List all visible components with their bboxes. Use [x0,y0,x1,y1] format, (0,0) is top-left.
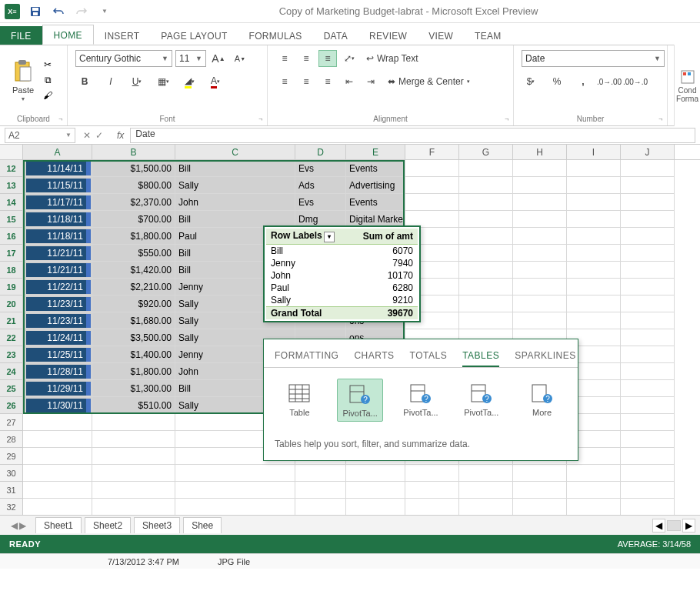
qa-tab-formatting[interactable]: FORMATTING [275,350,338,367]
comma-icon[interactable]: , [574,73,592,90]
row-header[interactable]: 29 [0,448,23,465]
tab-view[interactable]: VIEW [418,26,464,45]
col-header[interactable]: D [295,145,346,159]
row-header[interactable]: 28 [0,431,23,448]
row-header[interactable]: 31 [0,482,23,499]
cell[interactable]: 11/30/11 [23,397,92,414]
qa-tab-tables[interactable]: TABLES [462,350,499,367]
cell[interactable]: $1,800.00 [92,228,175,245]
cell[interactable]: Events [346,160,405,177]
cell[interactable] [513,228,567,245]
format-painter-icon[interactable]: 🖌 [43,90,52,101]
increase-indent-icon[interactable]: ⇥ [362,73,380,90]
increase-font-icon[interactable]: A▲ [209,50,228,67]
cell[interactable] [513,245,567,262]
cell[interactable]: Advertising [346,177,405,194]
cell[interactable] [621,363,675,380]
align-right-icon[interactable]: ≡ [318,73,337,90]
cell[interactable] [567,177,621,194]
cell[interactable]: 11/14/11 [23,160,92,177]
cell[interactable]: Events [346,194,405,211]
cell[interactable] [513,295,567,312]
col-header[interactable]: G [459,145,513,159]
qat-dropdown-icon[interactable]: ▼ [95,2,114,21]
row-header[interactable]: 18 [0,262,23,279]
row-labels-filter-icon[interactable]: ▾ [324,232,335,242]
tab-formulas[interactable]: FORMULAS [238,26,313,45]
cancel-formula-icon[interactable]: ✕ [83,130,91,141]
col-header[interactable]: E [346,145,405,159]
cell[interactable] [621,211,675,228]
cell[interactable] [621,160,675,177]
cell[interactable] [621,279,675,295]
cell[interactable]: $2,210.00 [92,279,175,295]
tab-review[interactable]: REVIEW [358,26,418,45]
col-header[interactable]: J [621,145,675,159]
sheet-tab[interactable]: Sheet3 [134,517,180,533]
cell[interactable] [567,295,621,312]
cell[interactable] [459,312,513,329]
sheet-tab[interactable]: Sheet1 [35,517,82,533]
fill-color-button[interactable]: ◢ ▾ [180,73,198,90]
cell[interactable] [513,211,567,228]
cell[interactable]: $1,500.00 [92,160,175,177]
cell[interactable]: 11/18/11 [23,228,92,245]
border-button[interactable]: ▦ ▾ [154,73,172,90]
row-header[interactable]: 27 [0,414,23,431]
row-header[interactable]: 21 [0,312,23,329]
cell[interactable] [567,262,621,279]
cell[interactable] [459,262,513,279]
cell[interactable]: 11/21/11 [23,245,92,262]
cell[interactable]: $700.00 [92,211,175,228]
tab-file[interactable]: FILE [0,26,42,45]
decrease-font-icon[interactable]: A▼ [231,50,249,67]
cell[interactable] [621,262,675,279]
qa-option-pivottable-1[interactable]: ?PivotTa... [337,379,383,422]
cell[interactable]: $1,300.00 [92,380,175,397]
qa-tab-charts[interactable]: CHARTS [354,350,394,367]
hscroll-track[interactable] [667,520,681,531]
cell[interactable]: 11/28/11 [23,363,92,380]
cell[interactable]: Evs [295,194,346,211]
cell[interactable] [459,211,513,228]
italic-button[interactable]: I [102,73,120,90]
row-header[interactable]: 16 [0,228,23,245]
qa-tab-sparklines[interactable]: SPARKLINES [515,350,575,367]
increase-decimal-icon[interactable]: .0→.00 [600,73,618,90]
name-box[interactable]: A2▼ [5,128,75,143]
row-header[interactable]: 22 [0,329,23,346]
cell[interactable] [567,279,621,295]
cell[interactable] [513,279,567,295]
cell[interactable] [405,177,459,194]
qa-option-pivottable-3[interactable]: ?PivotTa... [458,379,505,422]
cell[interactable]: 11/15/11 [23,177,92,194]
copy-icon[interactable]: ⧉ [45,75,52,85]
cell[interactable] [459,295,513,312]
cell[interactable] [513,194,567,211]
undo-icon[interactable] [49,2,68,21]
row-header[interactable]: 19 [0,279,23,295]
font-name-combo[interactable]: Century Gothic▼ [75,50,172,67]
cell[interactable]: $1,800.00 [92,363,175,380]
cell[interactable] [513,262,567,279]
col-header[interactable]: I [567,145,621,159]
cell[interactable]: $2,370.00 [92,194,175,211]
cell[interactable] [459,228,513,245]
sheet-nav-next-icon[interactable]: ▶ [19,520,26,531]
cell[interactable] [513,160,567,177]
cell[interactable] [621,346,675,363]
cut-icon[interactable]: ✂ [44,59,52,70]
cell[interactable] [459,177,513,194]
cell[interactable] [459,160,513,177]
row-header[interactable]: 20 [0,295,23,312]
redo-icon[interactable] [72,2,91,21]
row-header[interactable]: 17 [0,245,23,262]
cell[interactable] [621,380,675,397]
row-header[interactable]: 23 [0,346,23,363]
cell[interactable]: 11/23/11 [23,312,92,329]
tab-data[interactable]: DATA [313,26,358,45]
cell[interactable]: 11/29/11 [23,380,92,397]
cell[interactable]: 11/24/11 [23,329,92,346]
save-icon[interactable] [26,2,45,21]
qa-option-table[interactable]: Table [276,379,322,422]
